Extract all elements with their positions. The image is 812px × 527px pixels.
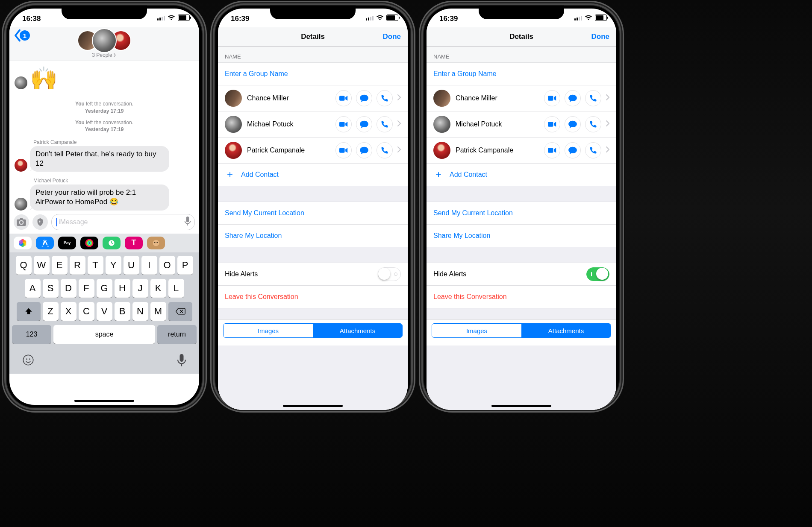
key-z[interactable]: Z: [43, 302, 59, 321]
photos-app-icon[interactable]: [14, 237, 32, 249]
key-m[interactable]: M: [150, 302, 166, 321]
camera-button[interactable]: [14, 214, 29, 230]
send-location-button[interactable]: Send My Current Location: [427, 202, 616, 225]
call-button[interactable]: [377, 116, 393, 132]
key-c[interactable]: C: [79, 302, 94, 321]
call-button[interactable]: [377, 142, 393, 158]
contact-row[interactable]: Michael Potuck: [427, 111, 616, 138]
share-location-button[interactable]: Share My Location: [427, 225, 616, 247]
add-contact-button[interactable]: + Add Contact: [218, 164, 408, 186]
key-j[interactable]: J: [132, 279, 148, 298]
contact-row[interactable]: Chance Miller: [427, 85, 616, 111]
send-location-button[interactable]: Send My Current Location: [218, 202, 408, 225]
facetime-video-button[interactable]: [335, 116, 352, 132]
facetime-video-button[interactable]: [335, 142, 352, 158]
svg-rect-20: [180, 354, 184, 362]
key-q[interactable]: Q: [16, 256, 32, 275]
activity-app-icon[interactable]: [80, 237, 98, 249]
emoji-key[interactable]: [22, 354, 34, 369]
backspace-key[interactable]: [168, 302, 192, 321]
key-p[interactable]: P: [177, 256, 193, 275]
segment-images[interactable]: Images: [432, 324, 521, 337]
apps-drawer[interactable]: Pay T: [9, 234, 199, 252]
key-a[interactable]: A: [25, 279, 41, 298]
contact-row[interactable]: Chance Miller: [218, 85, 408, 111]
leave-conversation-button[interactable]: Leave this Conversation: [427, 286, 616, 308]
segment-attachments[interactable]: Attachments: [521, 324, 611, 337]
facetime-video-button[interactable]: [335, 90, 352, 106]
facetime-video-button[interactable]: [544, 90, 560, 106]
message-button[interactable]: [356, 90, 372, 106]
key-s[interactable]: S: [43, 279, 59, 298]
call-button[interactable]: [585, 142, 601, 158]
done-button[interactable]: Done: [591, 32, 610, 41]
compose-input[interactable]: iMessage: [51, 214, 195, 230]
key-w[interactable]: W: [34, 256, 50, 275]
message-button[interactable]: [565, 142, 581, 158]
dictate-icon[interactable]: [184, 217, 191, 228]
numbers-key[interactable]: 123: [12, 325, 51, 344]
add-contact-label: Add Contact: [450, 171, 487, 179]
facetime-video-button[interactable]: [544, 116, 560, 132]
done-button[interactable]: Done: [383, 32, 401, 41]
key-h[interactable]: H: [115, 279, 130, 298]
back-button[interactable]: 1: [14, 29, 30, 42]
key-f[interactable]: F: [79, 279, 94, 298]
key-l[interactable]: L: [168, 279, 184, 298]
key-i[interactable]: I: [141, 256, 157, 275]
message-button[interactable]: [356, 142, 372, 158]
group-avatars[interactable]: [77, 28, 131, 53]
animoji-app-icon[interactable]: [147, 237, 165, 249]
shift-key[interactable]: [17, 302, 41, 321]
leave-conversation-button[interactable]: Leave this Conversation: [218, 286, 408, 308]
keyboard[interactable]: QWERTYUIOP ASDFGHJKL ZXCVBNM 123 space r…: [9, 252, 199, 374]
hide-alerts-toggle[interactable]: [586, 267, 609, 281]
key-b[interactable]: B: [115, 302, 130, 321]
key-t[interactable]: T: [88, 256, 103, 275]
message-button[interactable]: [565, 116, 581, 132]
message-button[interactable]: [565, 90, 581, 106]
segment-images[interactable]: Images: [224, 324, 313, 337]
call-button[interactable]: [585, 90, 601, 106]
space-key[interactable]: space: [53, 325, 155, 344]
tmobile-app-icon[interactable]: T: [125, 237, 143, 249]
hide-alerts-toggle[interactable]: [378, 267, 401, 281]
segmented-control[interactable]: Images Attachments: [223, 323, 403, 338]
group-subtitle[interactable]: 3 People: [92, 52, 116, 58]
key-u[interactable]: U: [124, 256, 139, 275]
facetime-video-button[interactable]: [544, 142, 560, 158]
call-button[interactable]: [377, 90, 393, 106]
contact-row[interactable]: Patrick Campanale: [427, 138, 616, 164]
home-indicator[interactable]: [491, 405, 551, 407]
share-location-button[interactable]: Share My Location: [218, 225, 408, 247]
apps-button[interactable]: [32, 214, 48, 230]
key-y[interactable]: Y: [106, 256, 121, 275]
key-r[interactable]: R: [70, 256, 85, 275]
key-v[interactable]: V: [97, 302, 112, 321]
key-k[interactable]: K: [150, 279, 166, 298]
home-indicator[interactable]: [74, 400, 134, 402]
call-button[interactable]: [585, 116, 601, 132]
applepay-app-icon[interactable]: Pay: [58, 237, 76, 249]
key-o[interactable]: O: [159, 256, 175, 275]
contact-row[interactable]: Patrick Campanale: [218, 138, 408, 164]
key-g[interactable]: G: [97, 279, 112, 298]
group-name-placeholder: Enter a Group Name: [225, 70, 288, 78]
message-button[interactable]: [356, 116, 372, 132]
group-name-input[interactable]: Enter a Group Name: [427, 62, 616, 85]
details-navbar: Details Done: [218, 27, 408, 47]
group-name-input[interactable]: Enter a Group Name: [218, 62, 408, 85]
contact-row[interactable]: Michael Potuck: [218, 111, 408, 138]
key-e[interactable]: E: [52, 256, 68, 275]
key-n[interactable]: N: [132, 302, 148, 321]
segmented-control[interactable]: Images Attachments: [432, 323, 611, 338]
appstore-app-icon[interactable]: [36, 237, 54, 249]
return-key[interactable]: return: [157, 325, 197, 344]
segment-attachments[interactable]: Attachments: [313, 324, 402, 337]
clock-app-icon[interactable]: [103, 237, 121, 249]
dictate-key[interactable]: [177, 354, 186, 369]
key-d[interactable]: D: [61, 279, 76, 298]
key-x[interactable]: X: [61, 302, 76, 321]
add-contact-button[interactable]: + Add Contact: [427, 164, 616, 186]
home-indicator[interactable]: [283, 405, 343, 407]
